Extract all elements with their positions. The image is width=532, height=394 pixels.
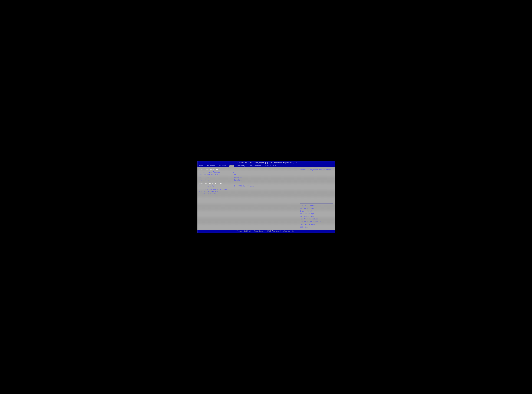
label-boot-option-1: Boot Option #1 bbox=[200, 185, 233, 187]
hint-change-opt: +/-: Change Opt. bbox=[300, 213, 333, 215]
value-boot-option-1: [P4: TOSHIBA DT01ACA...] bbox=[233, 185, 258, 187]
hint-select-screen: →←: Select Screen bbox=[300, 205, 333, 207]
hint-f2: F2: Previous Values bbox=[300, 218, 333, 220]
submenu-hdd-bbs[interactable]: Hard Drive BBS Priorities bbox=[200, 189, 296, 191]
bios-header: Aptio Setup Utility - Copyright (C) 2012… bbox=[197, 161, 335, 164]
help-text: Select the keyboard NumLock state bbox=[300, 169, 333, 202]
value-setup-prompt: 1 bbox=[233, 171, 234, 173]
hint-f9: F9: Optimized Defaults bbox=[300, 220, 333, 223]
left-panel: Boot Configuration Setup Prompt Timeout … bbox=[197, 167, 298, 230]
nav-boot[interactable]: Boot bbox=[229, 165, 234, 167]
section-boot-config: Boot Configuration bbox=[200, 169, 296, 171]
bios-footer: Version 2.15.1236. Copyright (C) 2012 Am… bbox=[197, 230, 335, 233]
row-numlock[interactable]: Bootup NumLock State [On] bbox=[200, 173, 296, 175]
label-fast-boot: Fast Boot bbox=[200, 179, 233, 181]
row-boot-option-1[interactable]: Boot Option #1 [P4: TOSHIBA DT01ACA...] bbox=[200, 185, 296, 187]
value-numlock: [On] bbox=[233, 173, 237, 175]
nav-bar: Main Advanced Chipset Boot Security Easy… bbox=[197, 164, 335, 167]
main-content: Boot Configuration Setup Prompt Timeout … bbox=[197, 167, 335, 230]
nav-security[interactable]: Security bbox=[236, 165, 246, 167]
hint-select-item: ↑↓: Select Item bbox=[300, 207, 333, 210]
label-quiet-boot: Quiet Boot bbox=[200, 177, 233, 179]
hint-f10: F10: Save & Exit bbox=[300, 223, 333, 226]
section-boot-priorities: Boot Option Priorities bbox=[200, 183, 296, 185]
row-setup-prompt-timeout[interactable]: Setup Prompt Timeout 1 bbox=[200, 171, 296, 173]
row-fast-boot[interactable]: Fast Boot [Disabled] bbox=[200, 179, 296, 181]
row-quiet-boot[interactable]: Quiet Boot [Disabled] bbox=[200, 177, 296, 179]
nav-main[interactable]: Main bbox=[198, 165, 204, 167]
label-setup-prompt: Setup Prompt Timeout bbox=[200, 171, 233, 173]
key-hints: →←: Select Screen ↑↓: Select Item Enter:… bbox=[300, 205, 333, 228]
hint-esc: ESC: Exit bbox=[300, 226, 333, 228]
nav-save-exit[interactable]: Save & Exit bbox=[264, 165, 277, 167]
nav-advanced[interactable]: Advanced bbox=[206, 165, 216, 167]
nav-easy-control[interactable]: Easy Control bbox=[248, 165, 262, 167]
hint-f1: F1: General Help bbox=[300, 215, 333, 218]
nav-chipset[interactable]: Chipset bbox=[218, 165, 227, 167]
hint-enter: Enter: Select bbox=[300, 210, 333, 213]
right-panel: Select the keyboard NumLock state →←: Se… bbox=[298, 167, 335, 230]
submenu-csm16[interactable]: CSM16 Parameters bbox=[200, 191, 296, 193]
value-quiet-boot: [Disabled] bbox=[233, 177, 244, 179]
value-fast-boot: [Disabled] bbox=[233, 179, 244, 181]
submenu-csm[interactable]: CSM parameters bbox=[200, 193, 296, 195]
label-numlock: Bootup NumLock State bbox=[200, 173, 233, 175]
